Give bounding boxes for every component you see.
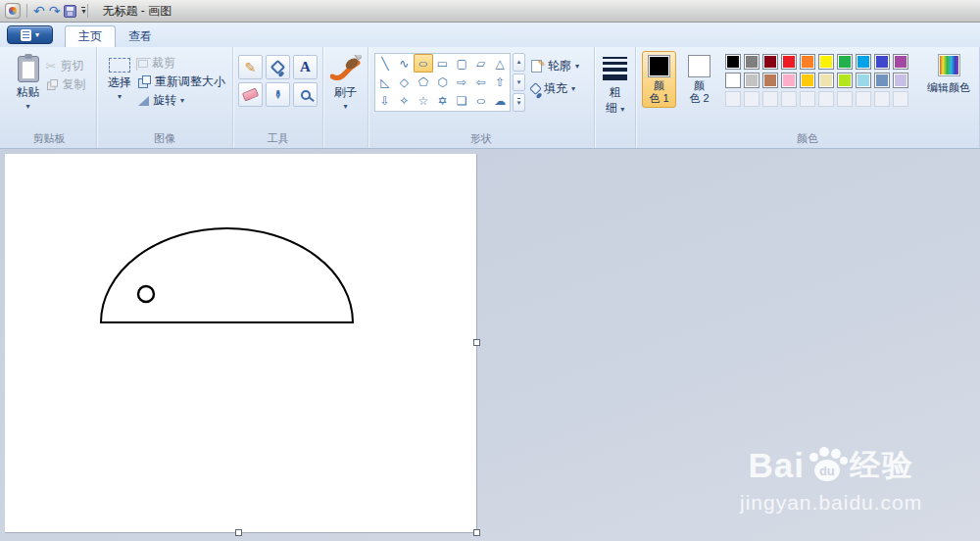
shape-cell[interactable]: ☆ xyxy=(414,91,433,110)
paste-button[interactable]: 粘贴 ▾ xyxy=(13,51,44,113)
color-picker-tool-button[interactable]: ✒ xyxy=(266,82,290,107)
shape-cell[interactable]: ⇨ xyxy=(452,73,471,91)
magnifier-tool-button[interactable] xyxy=(293,82,318,107)
shape-cell[interactable]: ⇦ xyxy=(471,73,491,91)
color-swatch[interactable] xyxy=(744,91,760,107)
shape-cell[interactable]: △ xyxy=(490,54,510,73)
outline-button[interactable]: ✎ 轮廓 ▾ xyxy=(531,57,579,75)
color-swatch[interactable] xyxy=(837,54,853,70)
copy-label: 复制 xyxy=(63,76,86,93)
color-swatch[interactable] xyxy=(744,54,760,70)
edit-colors-label: 编辑颜色 xyxy=(927,80,970,95)
color1-button[interactable]: 颜色 1 xyxy=(642,51,676,108)
paste-label: 粘贴 xyxy=(17,84,40,101)
shape-cell[interactable]: ○ xyxy=(414,54,433,73)
color-swatch[interactable] xyxy=(856,54,871,70)
shape-cell[interactable]: ▱ xyxy=(471,54,491,73)
color-swatch[interactable] xyxy=(818,73,834,88)
drawing-canvas[interactable] xyxy=(5,154,476,532)
tab-home[interactable]: 主页 xyxy=(65,25,116,47)
title-bar: ↶ ↷ ▾ 无标题 - 画图 xyxy=(0,0,980,23)
color-swatch[interactable] xyxy=(893,73,908,88)
edit-colors-button[interactable]: 编辑颜色 xyxy=(920,51,977,95)
color-swatch[interactable] xyxy=(893,91,908,107)
shape-cell[interactable]: ⇧ xyxy=(490,73,510,91)
shape-cell[interactable]: ▭ xyxy=(433,54,453,73)
color-swatch[interactable] xyxy=(837,91,853,107)
color-swatch[interactable] xyxy=(781,54,797,70)
group-shapes: ╲ ∿ ○ ▭ ▢ ▱ △ ◺ xyxy=(368,47,595,148)
undo-icon[interactable]: ↶ xyxy=(33,4,45,18)
paint-menu-button[interactable]: ▾ xyxy=(7,25,53,44)
color-swatch[interactable] xyxy=(725,91,741,107)
tab-view[interactable]: 查看 xyxy=(116,25,165,47)
resize-button[interactable]: 重新调整大小 xyxy=(138,73,225,91)
cut-button[interactable]: ✂ 剪切 xyxy=(46,57,86,75)
group-label-clipboard: 剪贴板 xyxy=(4,131,94,148)
semicircle-shape xyxy=(101,228,353,322)
size-button[interactable]: 粗 细 ▾ xyxy=(598,51,633,117)
color-swatch[interactable] xyxy=(744,73,760,88)
watermark-brand-cn: 经验 xyxy=(850,445,914,486)
color1-label: 颜色 1 xyxy=(649,79,668,105)
shape-cell[interactable]: ◇ xyxy=(395,73,415,91)
pencil-tool-button[interactable]: ✎ xyxy=(238,55,263,79)
color-swatch[interactable] xyxy=(874,91,890,107)
shape-cell[interactable]: ✡ xyxy=(433,91,453,110)
copy-button[interactable]: 复制 xyxy=(46,75,86,94)
color-swatch[interactable] xyxy=(762,91,778,107)
shape-cell[interactable]: ⬠ xyxy=(414,73,433,91)
shape-cell[interactable]: ⇩ xyxy=(375,91,395,110)
eraser-tool-button[interactable] xyxy=(238,82,263,107)
brush-label: 刷子 xyxy=(334,84,358,101)
shapes-more-button[interactable]: ▾ xyxy=(513,93,525,112)
color-swatch[interactable] xyxy=(874,73,890,88)
shape-cell[interactable]: ✧ xyxy=(395,91,415,110)
brush-button[interactable]: 刷子 ▾ xyxy=(325,51,366,113)
shape-cell[interactable]: ❏ xyxy=(452,91,471,110)
color-swatch[interactable] xyxy=(874,54,890,70)
shapes-scroll-down-button[interactable]: ▾ xyxy=(513,74,525,92)
color-swatch[interactable] xyxy=(800,73,815,88)
shapes-scroll-up-button[interactable]: ▴ xyxy=(513,53,525,72)
color-swatch[interactable] xyxy=(893,54,908,70)
group-clipboard: 粘贴 ▾ ✂ 剪切 复制 剪贴板 xyxy=(2,47,97,148)
shape-cell[interactable]: ∿ xyxy=(395,54,415,73)
color-swatch[interactable] xyxy=(856,91,871,107)
color2-swatch xyxy=(688,55,710,77)
color-swatch[interactable] xyxy=(762,73,778,88)
color-swatch[interactable] xyxy=(837,73,853,88)
crop-button[interactable]: 裁剪 xyxy=(138,54,225,73)
fill-tool-button[interactable] xyxy=(266,55,290,79)
rotate-icon xyxy=(138,96,149,106)
color-swatch[interactable] xyxy=(725,54,741,70)
canvas-resize-handle-bottom[interactable] xyxy=(235,529,242,536)
fill-button[interactable]: 填充 ▾ xyxy=(531,79,579,98)
text-tool-button[interactable]: A xyxy=(293,55,318,79)
shape-cell[interactable]: ▢ xyxy=(452,54,471,73)
paint-app-icon[interactable] xyxy=(5,3,21,19)
color-swatch[interactable] xyxy=(725,73,741,88)
color-swatch[interactable] xyxy=(818,91,834,107)
color-swatch[interactable] xyxy=(781,91,797,107)
shape-cell[interactable]: ╲ xyxy=(375,54,395,73)
select-button[interactable]: 选择 ▾ xyxy=(104,51,135,103)
canvas-resize-handle-corner[interactable] xyxy=(473,529,480,536)
color-swatch[interactable] xyxy=(800,54,815,70)
color-swatch[interactable] xyxy=(762,54,778,70)
redo-icon[interactable]: ↷ xyxy=(49,4,61,18)
shape-cell[interactable]: ◺ xyxy=(375,73,395,91)
rotate-button[interactable]: 旋转 ▾ xyxy=(138,91,225,110)
canvas-resize-handle-right[interactable] xyxy=(473,339,480,346)
qat-customize-dropdown-icon[interactable]: ▾ xyxy=(81,7,85,15)
color-swatch[interactable] xyxy=(781,73,797,88)
shape-cell[interactable]: ☁ xyxy=(490,91,510,110)
save-icon[interactable] xyxy=(64,5,76,18)
color2-button[interactable]: 颜色 2 xyxy=(682,51,716,108)
shape-cell[interactable]: ⬡ xyxy=(433,73,453,91)
color-swatch[interactable] xyxy=(800,91,815,107)
divider xyxy=(26,4,27,18)
shape-cell[interactable]: ○ xyxy=(471,91,491,110)
color-swatch[interactable] xyxy=(818,54,834,70)
color-swatch[interactable] xyxy=(856,73,871,88)
